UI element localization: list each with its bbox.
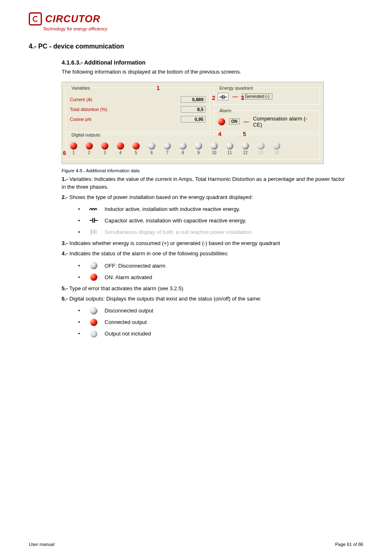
output-cell: 4 [117,142,124,155]
digital-outputs-legend: Digital outputs [70,132,102,137]
variable-row: Total distortion (%)8,5 [70,106,205,113]
legend-6: 6.- Digital outputs: Displays the output… [62,295,349,303]
variable-row: Cosine phi0,95 [70,116,205,123]
output-number: 13 [258,150,263,155]
variable-label: Current (A) [70,97,92,102]
alarm-legend: Alarm [218,108,233,113]
legend-item-text: OFF: Disconnected alarm [105,263,363,269]
legend-list-item: Simultaneous display of both: a null rea… [78,228,363,236]
legend-1-text: Variables: Indicates the value of the cu… [62,176,345,190]
legend-6-list: Disconnected outputConnected outputOutpu… [78,307,363,338]
output-number: 4 [119,150,122,155]
legend-6-text: Digital outputs: Displays the outputs th… [69,296,261,302]
output-led-icon [257,142,265,150]
section-title: 4.- PC - device communication [29,43,363,50]
led-grey-icon [88,262,99,269]
brand-header: CIRCUTOR [29,12,363,25]
led-red-icon [88,273,99,281]
page-footer: User manual Page 61 of 86 [29,542,363,547]
legend-item-text: Disconnected output [105,308,363,314]
output-led-icon [179,142,187,150]
led-red-icon [88,319,99,326]
quadrant-tag: Generated (-) [242,93,272,99]
variable-label: Total distortion (%) [70,107,107,112]
legend-item-text: Capacitor active, installation with capa… [105,217,363,224]
output-number: 10 [212,150,216,155]
output-led-icon [164,142,171,150]
variable-value: 0,889 [181,96,205,103]
output-number: 8 [182,150,184,155]
brand-tagline: Technology for energy efficiency [43,26,363,31]
output-cell: 3 [101,142,108,155]
legend-5-text: Type of error that activates the alarm (… [69,285,183,291]
legend-5-num: 5.- [62,285,68,291]
intro-text: The following information is displayed a… [62,68,349,76]
variable-value: 8,5 [181,106,205,113]
variable-row: Current (A)0,889 [70,96,205,103]
output-number: 5 [135,150,137,155]
alarm-panel: Alarm ON — Compensation alarm (-CE) [213,108,320,132]
output-number: 9 [197,150,200,155]
legend-1-num: 1.- [62,176,68,182]
output-number: 11 [227,150,232,155]
legend-3-num: 3.- [62,240,68,246]
alarm-tag: Compensation alarm (-CE) [253,116,316,128]
output-number: 14 [274,150,279,155]
subsection-heading: 4.1.6.3.- Additional information [62,59,363,66]
output-led-icon [101,142,108,150]
legend-item-text: Connected output [105,319,363,325]
output-number: 6 [150,150,153,155]
legend-item-text: ON: Alarm activated [105,274,363,280]
output-cell: 13 [257,142,265,155]
output-led-icon [132,142,140,150]
legend-item-text: Output not included [105,331,363,337]
variable-value: 0,95 [181,116,205,123]
output-cell: 2 [85,142,93,155]
output-cell: 1 [70,142,77,155]
battery-icon [88,228,99,236]
legend-item-text: Simultaneous display of both: a null rea… [105,229,363,235]
footer-left: User manual [29,542,54,547]
led-grey-icon [88,307,99,314]
legend-1: 1.- Variables: Indicates the value of th… [62,176,349,191]
legend-2: 2.- Shows the type of power installation… [62,194,349,201]
output-cell: 11 [226,142,233,155]
inductor-icon [88,205,99,213]
output-number: 3 [104,150,106,155]
legend-4-text: Indicates the status of the alarm in one… [69,250,228,257]
energy-quadrant-legend: Energy quadrant [218,86,254,90]
screenshot-panel: 1 2 3 4 5 6 Variables Current (A)0,889To… [62,82,324,164]
variables-legend: Variables [70,86,92,90]
output-number: 12 [243,150,247,155]
legend-4: 4.- Indicates the status of the alarm in… [62,250,349,258]
output-led-icon [273,142,280,150]
legend-list-item: Capacitor active, installation with capa… [78,217,363,224]
legend-list-item: Connected output [78,319,363,326]
legend-3-text: Indicates whether energy is consumed (+)… [69,240,280,246]
output-led-icon [242,142,249,150]
legend-4-num: 4.- [62,250,68,257]
legend-list-item: Inductor active, installation with induc… [78,205,363,213]
alarm-led-icon [218,118,225,125]
led-dim-icon [88,330,99,338]
output-led-icon [148,142,155,150]
output-cell: 5 [132,142,140,155]
alarm-state: ON [229,118,240,125]
output-led-icon [210,142,218,150]
output-cell: 9 [195,142,202,155]
output-led-icon [195,142,202,150]
output-led-icon [117,142,124,150]
legend-3: 3.- Indicates whether energy is consumed… [62,240,349,247]
capacitor-icon [218,93,228,100]
legend-5: 5.- Type of error that activates the ala… [62,285,349,293]
output-number: 7 [166,150,168,155]
output-cell: 6 [148,142,155,155]
output-cell: 7 [164,142,171,155]
brand-logo-icon [29,12,42,25]
output-cell: 10 [210,142,218,155]
legend-4-list: OFF: Disconnected alarmON: Alarm activat… [78,262,363,281]
output-cell: 14 [273,142,280,155]
legend-2-list: Inductor active, installation with induc… [78,205,363,236]
legend-item-text: Inductor active, installation with induc… [105,206,363,212]
output-led-icon [85,142,93,150]
